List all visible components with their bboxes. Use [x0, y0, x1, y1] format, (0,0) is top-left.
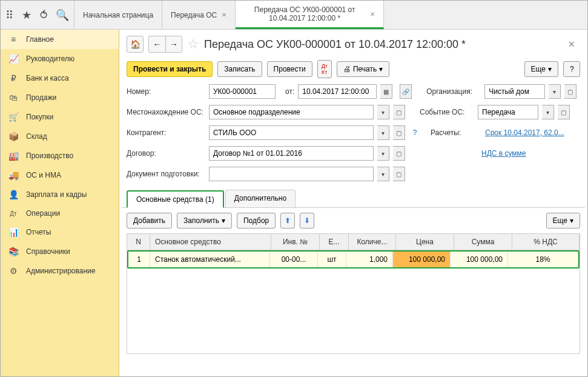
history-icon[interactable]: ⥀	[40, 8, 47, 22]
favorite-icon[interactable]: ☆	[187, 36, 199, 52]
sidebar-item-directories[interactable]: 📚Справочники	[1, 242, 119, 261]
col-qty[interactable]: Количе...	[349, 234, 396, 250]
grid-more-button[interactable]: Еще▾	[546, 213, 580, 229]
body: ≡Главное 📈Руководителю ₽Банк и касса 🛍Пр…	[1, 30, 587, 376]
move-up-button[interactable]: ⬆	[280, 213, 295, 229]
open-icon[interactable]: ▢	[564, 84, 576, 99]
sidebar-item-assets[interactable]: 🚚ОС и НМА	[1, 165, 119, 185]
select-button[interactable]: Подбор	[237, 213, 276, 229]
fill-button[interactable]: Заполнить▾	[177, 213, 232, 229]
fill-label: Заполнить	[183, 216, 219, 225]
tab-transfer-list[interactable]: Передача ОС✕	[162, 1, 236, 29]
printer-icon: 🖨	[343, 65, 351, 73]
close-icon[interactable]: ✕	[370, 11, 375, 18]
post-button[interactable]: Провести	[267, 61, 312, 77]
link-icon[interactable]: 🔗	[400, 84, 412, 99]
open-icon[interactable]: ▢	[393, 105, 405, 119]
contract-input[interactable]	[209, 146, 374, 161]
grid-body[interactable]	[127, 269, 580, 353]
chevron-down-icon[interactable]: ▾	[377, 146, 389, 161]
close-button[interactable]: ✕	[563, 37, 580, 52]
tab-home[interactable]: Начальная страница	[74, 1, 162, 29]
col-vat[interactable]: % НДС	[512, 234, 580, 250]
open-icon[interactable]: ▢	[393, 125, 405, 140]
col-unit[interactable]: Е...	[320, 234, 349, 250]
open-icon[interactable]: ▢	[393, 146, 405, 161]
col-n[interactable]: N	[127, 234, 150, 250]
move-down-button[interactable]: ⬇	[300, 213, 314, 229]
tab-additional[interactable]: Дополнительно	[225, 190, 296, 207]
back-button[interactable]: ←	[148, 36, 165, 53]
search-icon[interactable]: 🔍	[56, 8, 69, 22]
chevron-down-icon[interactable]: ▾	[377, 105, 389, 119]
org-label: Организация:	[426, 87, 481, 96]
main-panel: 🏠 ← → ☆ Передача ОС УК00-000001 от 10.04…	[119, 30, 587, 376]
sidebar-item-bank[interactable]: ₽Банк и касса	[1, 68, 119, 88]
calc-link[interactable]: Срок 10.04.2017, 62.0...	[485, 128, 564, 137]
bag-icon: 🛍	[8, 93, 19, 102]
event-input[interactable]	[478, 105, 538, 119]
apps-icon[interactable]: ⠿	[5, 8, 13, 22]
books-icon: 📚	[8, 247, 19, 256]
tab-fixed-assets[interactable]: Основные средства (1)	[127, 190, 224, 208]
contract-label: Договор:	[127, 149, 205, 158]
gear-icon: ⚙	[8, 266, 19, 276]
sidebar-item-warehouse[interactable]: 📦Склад	[1, 127, 119, 146]
grid: N Основное средство Инв. № Е... Количе..…	[127, 233, 580, 354]
ruble-icon: ₽	[8, 73, 19, 83]
star-icon[interactable]: ★	[22, 8, 31, 22]
cell-qty: 1,000	[346, 252, 393, 267]
sidebar-item-reports[interactable]: 📊Отчеты	[1, 222, 119, 242]
sidebar-item-sales[interactable]: 🛍Продажи	[1, 88, 119, 107]
open-icon[interactable]: ▢	[393, 167, 405, 181]
cell-unit: шт	[318, 252, 346, 267]
arrow-down-icon: ⬇	[304, 216, 310, 225]
sidebar-item-admin[interactable]: ⚙Администрирование	[1, 261, 119, 281]
add-button[interactable]: Добавить	[127, 213, 172, 229]
sidebar-item-payroll[interactable]: 👤Зарплата и кадры	[1, 185, 119, 204]
number-input[interactable]	[209, 84, 276, 99]
tab-label: Начальная страница	[83, 11, 153, 19]
help-button[interactable]: ?	[563, 61, 580, 77]
table-row[interactable]: 1 Станок автоматический... 00-00... шт 1…	[127, 250, 580, 269]
col-sum[interactable]: Сумма	[454, 234, 512, 250]
help-icon[interactable]: ?	[409, 128, 421, 137]
dtkt-button[interactable]: ДтКт	[317, 60, 332, 78]
counterparty-input[interactable]	[209, 125, 374, 140]
top-bar: ⠿ ★ ⥀ 🔍 Начальная страница Передача ОС✕ …	[1, 1, 587, 30]
cell-sum: 100 000,00	[451, 252, 508, 267]
sidebar-item-production[interactable]: 🏭Производство	[1, 146, 119, 165]
chevron-down-icon[interactable]: ▾	[542, 105, 554, 119]
chevron-down-icon[interactable]: ▾	[377, 167, 389, 181]
sidebar-item-operations[interactable]: ДтОперации	[1, 204, 119, 222]
chart-icon: 📈	[8, 54, 19, 64]
location-input[interactable]	[209, 105, 374, 119]
sidebar-item-purchases[interactable]: 🛒Покупки	[1, 107, 119, 127]
vat-link[interactable]: НДС в сумме	[481, 149, 526, 158]
org-input[interactable]	[484, 84, 545, 99]
forward-button[interactable]: →	[165, 36, 182, 53]
chevron-down-icon[interactable]: ▾	[549, 84, 561, 99]
date-input[interactable]	[298, 84, 377, 99]
more-button[interactable]: Еще▾	[524, 61, 558, 77]
calc-label: Расчеты:	[431, 128, 481, 137]
chevron-down-icon[interactable]: ▾	[377, 125, 389, 140]
close-icon[interactable]: ✕	[222, 12, 226, 18]
sidebar-item-manager[interactable]: 📈Руководителю	[1, 49, 119, 68]
tab-transfer-doc[interactable]: Передача ОС УК00-000001 от 10.04.2017 12…	[236, 1, 384, 29]
sidebar-item-main[interactable]: ≡Главное	[1, 30, 119, 49]
prepdoc-input[interactable]	[209, 167, 374, 181]
calendar-icon[interactable]: ▦	[380, 84, 392, 99]
grid-header: N Основное средство Инв. № Е... Количе..…	[127, 234, 580, 250]
factory-icon: 🏭	[8, 151, 19, 161]
col-asset[interactable]: Основное средство	[150, 234, 271, 250]
sidebar-label: Продажи	[26, 93, 56, 102]
write-button[interactable]: Записать	[217, 61, 262, 77]
open-icon[interactable]: ▢	[558, 105, 570, 119]
location-label: Местонахождение ОС:	[127, 108, 205, 116]
col-price[interactable]: Цена	[396, 234, 454, 250]
col-inv[interactable]: Инв. №	[271, 234, 320, 250]
post-close-button[interactable]: Провести и закрыть	[127, 61, 213, 77]
print-button[interactable]: 🖨Печать▾	[337, 61, 389, 77]
home-button[interactable]: 🏠	[127, 36, 144, 53]
